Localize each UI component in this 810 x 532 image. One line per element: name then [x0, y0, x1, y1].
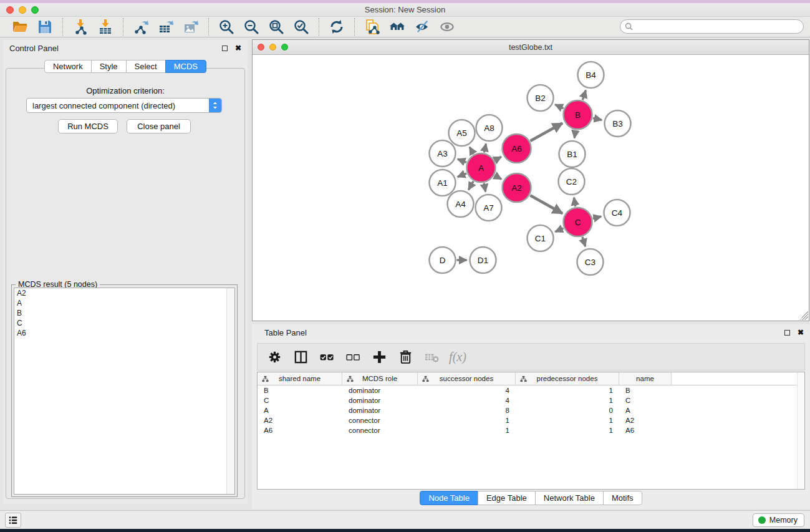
open-session-icon[interactable]	[11, 18, 29, 36]
close-panel-icon[interactable]: ✖	[235, 44, 241, 52]
import-network-icon[interactable]	[71, 18, 90, 36]
toggle-visibility-icon[interactable]	[413, 18, 432, 36]
export-network-icon[interactable]	[132, 18, 150, 36]
search-input[interactable]	[636, 22, 803, 31]
run-mcds-button[interactable]: Run MCDS	[58, 119, 118, 133]
graph-node-A3[interactable]: A3	[430, 140, 456, 167]
tab-style[interactable]: Style	[91, 60, 127, 73]
column-header-predecessor-nodes[interactable]: predecessor nodes	[516, 372, 619, 385]
add-row-icon[interactable]	[370, 347, 388, 366]
zoom-fit-icon[interactable]	[267, 18, 286, 36]
column-header-mcds-role[interactable]: MCDS role	[342, 372, 418, 385]
graph-edge-B-B4[interactable]	[582, 90, 586, 100]
graph-node-C4[interactable]: C4	[604, 200, 630, 226]
table-float-panel-icon[interactable]	[784, 330, 790, 336]
tab-select[interactable]: Select	[126, 60, 166, 73]
result-list-scrollbar[interactable]	[226, 288, 234, 494]
graph-edge-A-A6[interactable]	[494, 157, 501, 160]
table-tab-node-table[interactable]: Node Table	[420, 491, 478, 505]
graph-node-B4[interactable]: B4	[578, 62, 604, 88]
graph-edge-A-A2[interactable]	[494, 175, 501, 179]
table-row[interactable]: Cdominator41C	[258, 395, 804, 405]
show-hidden-icon[interactable]	[438, 18, 456, 36]
save-session-icon[interactable]	[36, 18, 54, 36]
table-scrollbar[interactable]	[797, 372, 804, 489]
graph-edge-A-A3[interactable]	[458, 159, 466, 162]
graph-node-A2[interactable]: A2	[503, 173, 531, 202]
graph-node-C[interactable]: C	[564, 208, 592, 236]
table-row[interactable]: A2connector11A2	[258, 415, 804, 425]
graph-node-A[interactable]: A	[467, 153, 496, 182]
export-table-icon[interactable]	[157, 18, 175, 36]
close-panel-button[interactable]: Close panel	[127, 119, 191, 133]
task-history-button[interactable]	[5, 513, 21, 528]
table-row[interactable]: A6connector11A6	[258, 425, 804, 435]
graph-edge-A-A4[interactable]	[468, 181, 473, 190]
graph-edge-C-C2[interactable]	[574, 198, 575, 207]
graph-edge-A-A5[interactable]	[470, 147, 473, 154]
graph-edge-A-A7[interactable]	[484, 183, 486, 192]
float-panel-icon[interactable]	[222, 46, 228, 51]
graph-node-B2[interactable]: B2	[528, 85, 554, 111]
graph-edge-B-B1[interactable]	[574, 130, 576, 138]
network-canvas[interactable]: B4B2BB3A5A8A6A3B1AA1A2C2A4A7CC4C1C3DD1	[253, 55, 809, 321]
delete-row-icon[interactable]	[396, 347, 415, 366]
graph-node-B3[interactable]: B3	[605, 110, 631, 137]
tab-network[interactable]: Network	[44, 60, 92, 73]
import-table-icon[interactable]	[96, 18, 115, 36]
show-columns-icon[interactable]	[291, 347, 310, 366]
select-all-columns-icon[interactable]	[317, 347, 336, 366]
zoom-in-icon[interactable]	[217, 18, 236, 36]
graph-node-A8[interactable]: A8	[476, 115, 503, 141]
table-row[interactable]: Bdominator41B	[258, 385, 804, 395]
graph-node-B1[interactable]: B1	[559, 141, 586, 167]
graph-edge-C-C3[interactable]	[582, 237, 586, 246]
mcds-result-item[interactable]: A6	[14, 328, 234, 338]
mcds-result-item[interactable]: A	[14, 298, 234, 308]
graph-node-B[interactable]: B	[564, 100, 592, 129]
graph-edge-B-B3[interactable]	[593, 118, 602, 120]
zoom-selected-icon[interactable]	[292, 18, 311, 36]
graph-node-A5[interactable]: A5	[449, 120, 475, 146]
graph-node-C3[interactable]: C3	[577, 249, 604, 275]
network-window-titlebar[interactable]: testGlobe.txt	[253, 40, 809, 55]
column-header-shared-name[interactable]: shared name	[258, 372, 342, 385]
graph-node-C1[interactable]: C1	[528, 225, 554, 251]
export-image-icon[interactable]	[181, 18, 200, 36]
settings-gear-icon[interactable]	[265, 347, 284, 366]
graph-node-C2[interactable]: C2	[559, 168, 585, 195]
mcds-result-item[interactable]: A2	[14, 288, 234, 298]
graph-edge-C-C1[interactable]	[555, 228, 563, 232]
table-tab-network-table[interactable]: Network Table	[535, 491, 604, 505]
table-row[interactable]: Adominator80A	[258, 405, 804, 415]
graph-edge-C-C4[interactable]	[593, 216, 601, 218]
resize-grip[interactable]	[799, 311, 808, 320]
table-tab-edge-table[interactable]: Edge Table	[478, 491, 536, 505]
tab-mcds[interactable]: MCDS	[165, 60, 206, 73]
mcds-result-item[interactable]: B	[14, 308, 234, 318]
graph-node-A7[interactable]: A7	[476, 195, 502, 221]
graph-node-D[interactable]: D	[430, 247, 456, 273]
table-tab-motifs[interactable]: Motifs	[603, 491, 642, 505]
refresh-icon[interactable]	[327, 18, 346, 36]
duplicate-network-icon[interactable]	[363, 18, 382, 36]
graph-edge-A2-C[interactable]	[530, 195, 562, 213]
search-box[interactable]	[620, 19, 804, 34]
graph-edge-B-B2[interactable]	[555, 105, 563, 109]
graph-edge-A-A8[interactable]	[484, 143, 486, 152]
graph-node-A1[interactable]: A1	[430, 170, 456, 196]
graph-edge-A-A1[interactable]	[458, 173, 466, 177]
unselect-all-columns-icon[interactable]	[344, 347, 362, 366]
home-networks-icon[interactable]	[388, 18, 407, 36]
zoom-out-icon[interactable]	[242, 18, 261, 36]
graph-node-A4[interactable]: A4	[448, 191, 474, 217]
graph-edge-A6-B[interactable]	[530, 123, 562, 141]
memory-button[interactable]: Memory	[753, 513, 804, 527]
graph-node-A6[interactable]: A6	[503, 134, 531, 163]
column-header-name[interactable]: name	[619, 372, 672, 385]
graph-node-D1[interactable]: D1	[470, 247, 496, 273]
criterion-dropdown[interactable]: largest connected component (directed)	[26, 98, 222, 113]
column-header-successor-nodes[interactable]: successor nodes	[418, 372, 516, 385]
table-close-panel-icon[interactable]: ✖	[798, 329, 804, 336]
mcds-result-item[interactable]: C	[14, 318, 234, 328]
